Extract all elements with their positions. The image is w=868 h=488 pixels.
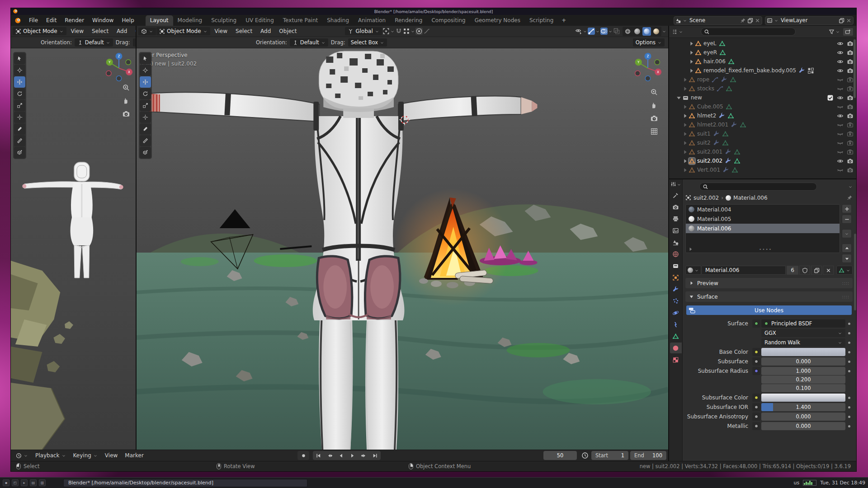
main-viewport-canvas[interactable]: User Perspective (50) new | suit2.002 Z … (137, 48, 668, 450)
options-dropdown[interactable]: Options (633, 38, 665, 47)
properties-tab-scene[interactable] (670, 237, 682, 248)
value-field[interactable]: 0.000 (761, 357, 845, 366)
outliner-row[interactable]: Cube.005 (669, 102, 856, 111)
triangle-right-icon[interactable] (688, 49, 695, 56)
object-name[interactable]: suit2.002 (697, 158, 722, 164)
outliner-row[interactable]: stocks (669, 84, 856, 93)
render-on-icon[interactable] (847, 113, 854, 119)
decorator[interactable] (845, 357, 853, 366)
window-titlebar[interactable]: Blender* [/home/amalie/Desktop/blender/s… (11, 8, 856, 15)
tab-modeling[interactable]: Modeling (173, 15, 207, 26)
tab-texture-paint[interactable]: Texture Paint (278, 15, 322, 26)
viewport-menu-add[interactable]: Add (256, 27, 275, 36)
drag-dropdown[interactable]: Select Box (133, 38, 136, 47)
triangle-right-icon[interactable] (682, 76, 689, 83)
pivot-point-icon[interactable] (382, 28, 390, 35)
transport-key-prev-button[interactable] (324, 451, 335, 460)
outliner-row[interactable]: Vert.001 (669, 165, 856, 174)
shading-solid[interactable] (633, 27, 642, 36)
object-name[interactable]: eyeL (703, 40, 717, 47)
outliner-row[interactable]: new (669, 93, 856, 102)
viewport-menu-object[interactable]: Object (131, 27, 136, 36)
object-name[interactable]: suit1 (697, 131, 711, 137)
object-name[interactable]: suit2 (697, 140, 711, 146)
tab-animation[interactable]: Animation (354, 15, 390, 26)
new-collection-button[interactable] (843, 28, 854, 36)
outliner-row[interactable]: hlmet2 (669, 111, 856, 120)
tool-tweak[interactable] (140, 53, 151, 64)
add-slot-button[interactable] (842, 204, 852, 213)
current-frame-field[interactable]: 50 (543, 451, 577, 460)
link-mesh-button[interactable] (836, 266, 853, 275)
tool-measure[interactable] (14, 135, 25, 146)
outliner-row[interactable]: eyeR (669, 48, 856, 57)
playback-clock-icon[interactable] (581, 452, 589, 459)
orientation-dropdown[interactable]: Default (290, 38, 328, 47)
properties-tab-tool[interactable] (670, 190, 682, 201)
properties-tab-data[interactable] (670, 331, 682, 342)
falloff-icon[interactable] (423, 28, 430, 35)
render-on-icon[interactable] (847, 40, 854, 47)
viewport-hand-button[interactable] (122, 97, 130, 105)
decorator[interactable] (845, 422, 853, 430)
tool-scale[interactable] (140, 100, 151, 111)
auto-keying-button[interactable] (297, 451, 309, 460)
decorator[interactable] (845, 319, 853, 328)
snap-settings-icon[interactable] (403, 28, 410, 35)
triangle-right-icon[interactable] (682, 103, 689, 110)
wm-button[interactable]: ▥ (39, 479, 46, 486)
viewport-menu-add[interactable]: Add (113, 27, 131, 36)
breadcrumb-material[interactable]: Material.006 (733, 195, 767, 201)
menu-edit[interactable]: Edit (42, 16, 61, 25)
properties-tab-output[interactable] (670, 213, 682, 224)
remove-slot-button[interactable] (842, 215, 852, 224)
viewport-camera-button[interactable] (650, 114, 658, 122)
visibility-off-icon[interactable] (837, 149, 844, 155)
viewport-zoom-button[interactable] (122, 84, 130, 92)
visibility-on-icon[interactable] (837, 113, 844, 119)
frame-end-field[interactable]: End 100 (630, 451, 666, 460)
tool-add-cube[interactable] (14, 147, 25, 158)
material-slot[interactable]: Material.004 (686, 205, 840, 214)
dropdown-field[interactable]: GGX (761, 329, 845, 337)
visibility-off-icon[interactable] (837, 103, 844, 110)
shading-material-preview[interactable] (642, 27, 651, 36)
editor-type-selector[interactable] (138, 28, 156, 35)
triangle-right-icon[interactable] (682, 85, 689, 92)
visibility-icon[interactable] (575, 28, 582, 35)
breadcrumb-object[interactable]: suit2.002 (693, 195, 719, 201)
visibility-off-icon[interactable] (837, 167, 844, 174)
tab-layout[interactable]: Layout (146, 15, 173, 26)
taskbar-window-button[interactable]: Blender* [/home/amalie/Desktop/blender/s… (63, 479, 307, 487)
object-name[interactable]: Cube.005 (697, 103, 723, 110)
viewport-hand-button[interactable] (650, 101, 658, 109)
tab-compositing[interactable]: Compositing (427, 15, 470, 26)
slider-field[interactable]: 1.400 (761, 403, 845, 411)
visibility-on-icon[interactable] (837, 49, 844, 56)
object-name[interactable]: suit2.001 (697, 149, 722, 155)
navigation-gizmo[interactable]: Z Y X (633, 52, 663, 83)
vector-value-field[interactable]: 0.100 (761, 384, 845, 392)
scene-selector[interactable]: Scene (674, 16, 762, 25)
menu-help[interactable]: Help (118, 16, 138, 25)
timeline-menu-keying[interactable]: Keying (70, 451, 101, 460)
new-scene-button[interactable] (747, 18, 753, 23)
tool-annotate[interactable] (14, 123, 25, 135)
overlays-toggle-icon[interactable] (600, 28, 608, 35)
unlink-material-button[interactable] (823, 266, 834, 275)
material-slot[interactable]: Material.005 (686, 214, 840, 224)
tool-transform[interactable] (140, 112, 151, 123)
orientation-dropdown[interactable]: Default (75, 38, 113, 47)
new-view-layer-button[interactable] (839, 18, 844, 23)
outliner-row[interactable]: hlmet2.001 (669, 120, 856, 129)
wm-button[interactable]: ▸ (21, 479, 28, 486)
properties-scrollbar[interactable] (854, 234, 856, 310)
tool-add-cube[interactable] (140, 147, 151, 158)
tab-scripting[interactable]: Scripting (525, 15, 558, 26)
transport-key-next-button[interactable] (358, 451, 369, 460)
color-swatch-field[interactable] (761, 394, 845, 402)
slot-specials-button[interactable] (842, 229, 852, 238)
viewport-menu-object[interactable]: Object (275, 27, 301, 36)
decorator[interactable] (845, 413, 853, 421)
triangle-right-icon[interactable] (682, 149, 689, 155)
